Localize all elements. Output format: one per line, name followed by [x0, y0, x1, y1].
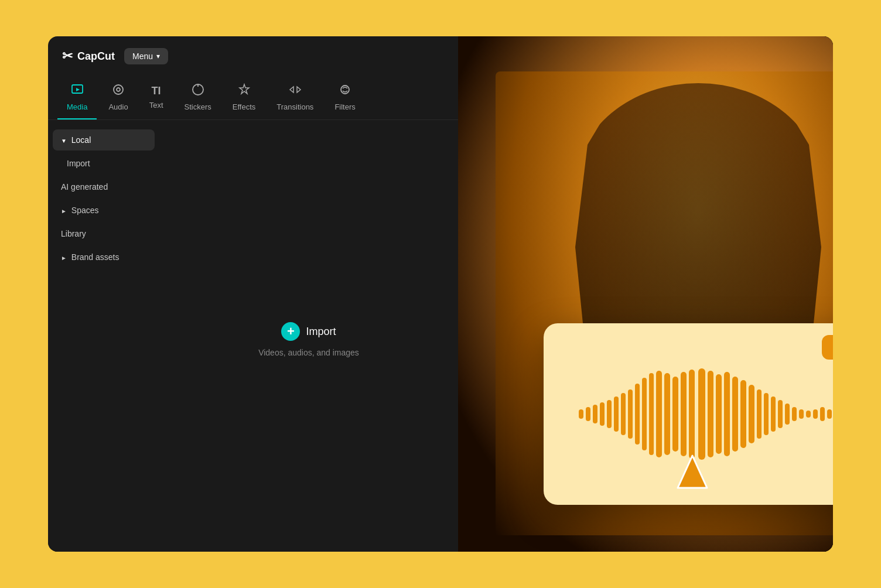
tab-audio-label: Audio: [108, 102, 128, 111]
svg-marker-1: [76, 88, 80, 91]
effects-icon: [238, 83, 251, 99]
player-panel: Player MP3: [458, 36, 833, 552]
sidebar-spaces-label: Spaces: [71, 206, 99, 215]
menu-button[interactable]: Menu: [124, 48, 168, 64]
svg-rect-14: [628, 389, 633, 439]
svg-rect-9: [593, 405, 597, 423]
sidebar-import-label: Import: [67, 159, 90, 168]
svg-point-3: [117, 88, 120, 91]
audio-icon: [112, 83, 125, 99]
spaces-arrow: ►: [61, 208, 67, 214]
svg-point-2: [114, 85, 123, 94]
svg-rect-12: [614, 396, 619, 432]
svg-marker-43: [678, 456, 707, 488]
svg-rect-29: [749, 385, 754, 443]
tab-transitions-label: Transitions: [276, 102, 313, 111]
editor-panel: ✂ CapCut Menu Media: [48, 36, 458, 552]
svg-rect-34: [785, 404, 790, 425]
sidebar-brand-assets-label: Brand assets: [71, 252, 119, 262]
svg-rect-24: [708, 371, 713, 457]
svg-rect-27: [732, 377, 738, 452]
brand-assets-arrow: ►: [61, 255, 67, 261]
mp3-badge: MP3: [822, 335, 833, 360]
sidebar-ai-label: AI generated: [61, 182, 108, 192]
transitions-icon: [289, 83, 302, 99]
tab-text[interactable]: TI Text: [140, 78, 173, 118]
tab-effects[interactable]: Effects: [223, 76, 265, 119]
logo-area: ✂ CapCut: [62, 49, 115, 64]
capcut-logo-icon: ✂: [62, 49, 73, 64]
svg-rect-40: [827, 409, 832, 419]
sidebar-item-library[interactable]: Library: [53, 223, 155, 244]
svg-point-6: [341, 86, 349, 94]
svg-rect-10: [600, 402, 605, 426]
local-arrow: ▼: [61, 138, 67, 144]
svg-rect-31: [764, 393, 769, 435]
tab-stickers-label: Stickers: [185, 102, 211, 111]
svg-rect-26: [724, 372, 730, 456]
toolbar: Media Audio TI Text: [48, 76, 458, 120]
svg-rect-21: [681, 372, 687, 456]
logo-text: CapCut: [77, 50, 115, 63]
sidebar-item-import[interactable]: Import: [53, 153, 155, 174]
tab-stickers[interactable]: Stickers: [175, 76, 221, 119]
svg-rect-35: [792, 407, 797, 421]
text-icon: TI: [152, 85, 161, 97]
import-label: Import: [306, 326, 336, 338]
tab-filters-label: Filters: [334, 102, 355, 111]
media-icon: [71, 83, 84, 99]
svg-rect-25: [716, 374, 722, 454]
filters-icon: [339, 83, 351, 99]
tab-audio[interactable]: Audio: [99, 76, 137, 119]
svg-rect-15: [635, 384, 640, 445]
tab-media-label: Media: [67, 102, 87, 111]
sidebar-item-spaces[interactable]: ► Spaces: [53, 200, 155, 221]
cursor-pointer: [675, 450, 710, 493]
svg-rect-38: [813, 409, 818, 419]
tab-media[interactable]: Media: [57, 76, 97, 119]
svg-rect-36: [799, 409, 804, 419]
svg-rect-22: [689, 370, 695, 459]
import-subtitle: Videos, audios, and images: [258, 348, 359, 357]
sidebar-local-label: Local: [71, 135, 91, 145]
svg-rect-28: [740, 380, 746, 448]
svg-rect-19: [664, 373, 670, 455]
sidebar: ▼ Local Import AI generated ► Spaces Lib…: [48, 120, 159, 552]
tab-text-label: Text: [149, 101, 163, 110]
svg-rect-32: [771, 396, 776, 432]
sidebar-item-ai-generated[interactable]: AI generated: [53, 176, 155, 197]
main-content: + Import Videos, audios, and images: [159, 120, 458, 552]
content-area: ▼ Local Import AI generated ► Spaces Lib…: [48, 120, 458, 552]
svg-rect-37: [806, 411, 811, 418]
stickers-icon: [192, 83, 204, 99]
svg-rect-30: [757, 389, 762, 439]
tab-transitions[interactable]: Transitions: [267, 76, 323, 119]
svg-rect-33: [778, 400, 783, 428]
tab-effects-label: Effects: [233, 102, 256, 111]
top-bar: ✂ CapCut Menu: [48, 36, 458, 76]
svg-rect-23: [698, 368, 705, 460]
svg-rect-17: [649, 373, 654, 455]
svg-rect-39: [820, 407, 825, 421]
svg-rect-20: [672, 377, 678, 452]
svg-rect-7: [579, 409, 583, 419]
sidebar-library-label: Library: [61, 229, 86, 238]
import-button[interactable]: + Import: [281, 322, 336, 341]
svg-rect-18: [656, 371, 662, 457]
svg-rect-8: [586, 407, 590, 421]
tab-filters[interactable]: Filters: [325, 76, 364, 119]
svg-rect-13: [621, 393, 626, 435]
sidebar-item-local[interactable]: ▼ Local: [53, 129, 155, 151]
svg-rect-11: [607, 400, 612, 428]
waveform: [573, 367, 833, 461]
svg-rect-16: [642, 378, 647, 450]
sidebar-item-brand-assets[interactable]: ► Brand assets: [53, 247, 155, 268]
import-plus-icon: +: [281, 322, 300, 341]
